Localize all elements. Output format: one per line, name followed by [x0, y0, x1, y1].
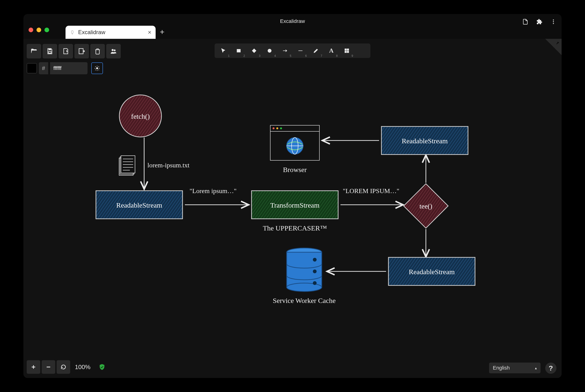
- language-label: English: [493, 365, 510, 371]
- svg-rect-3: [71, 30, 73, 34]
- zoom-reset-button[interactable]: [57, 360, 70, 374]
- svg-point-55: [273, 128, 274, 129]
- node-transform[interactable]: TransformStream: [251, 191, 338, 219]
- svg-text:ReadableStream: ReadableStream: [409, 268, 455, 276]
- svg-point-1: [553, 21, 554, 22]
- language-select[interactable]: English ▴: [489, 362, 540, 373]
- svg-point-65: [313, 270, 317, 273]
- file-label: lorem-ipsum.txt: [147, 162, 190, 169]
- svg-point-0: [553, 20, 554, 20]
- svg-text:tee(): tee(): [420, 202, 432, 210]
- help-button[interactable]: ?: [545, 362, 556, 374]
- edge-label-upper: "LOREM IPSUM…": [343, 187, 399, 194]
- node-browser[interactable]: [270, 125, 320, 160]
- page-icon[interactable]: [522, 19, 528, 25]
- svg-text:ReadableStream: ReadableStream: [116, 201, 162, 209]
- app-window: Excalidraw Excalidraw × +: [24, 14, 561, 378]
- browser-caption: Browser: [283, 166, 307, 174]
- traffic-lights: [29, 28, 49, 32]
- extension-icon[interactable]: [536, 19, 542, 25]
- svg-point-64: [313, 258, 317, 262]
- svg-rect-62: [287, 252, 322, 287]
- tab-strip: Excalidraw × +: [66, 26, 164, 39]
- new-tab-button[interactable]: +: [160, 27, 164, 39]
- diagram-canvas[interactable]: fetch() lorem-ipsum.txt ReadableStream: [24, 39, 561, 376]
- edge-label-lorem: "Lorem ipsum…": [190, 187, 236, 194]
- node-fetch[interactable]: fetch(): [119, 95, 161, 137]
- window-title: Excalidraw: [24, 18, 561, 24]
- transform-caption: The UPPERCASER™: [263, 224, 327, 232]
- node-tee[interactable]: tee(): [404, 184, 448, 228]
- tab-title: Excalidraw: [78, 29, 105, 36]
- zoom-toolbar: 100%: [27, 360, 106, 374]
- svg-point-63: [287, 283, 322, 292]
- app-surface: # 1 2 3 4 5 6 7 A8 9: [24, 39, 561, 378]
- svg-point-56: [276, 128, 278, 129]
- minimize-window-button[interactable]: [37, 28, 41, 32]
- cache-caption: Service Worker Cache: [273, 297, 336, 304]
- browser-tab[interactable]: Excalidraw ×: [66, 26, 156, 39]
- encryption-shield-icon: [99, 364, 106, 370]
- node-rs1[interactable]: ReadableStream: [96, 191, 182, 219]
- svg-text:fetch(): fetch(): [131, 112, 150, 120]
- node-file-icon[interactable]: [119, 156, 135, 175]
- node-rs-bot[interactable]: ReadableStream: [388, 257, 475, 286]
- zoom-out-button[interactable]: [42, 360, 55, 374]
- close-window-button[interactable]: [29, 28, 33, 32]
- svg-point-57: [280, 128, 282, 129]
- caret-up-icon: ▴: [535, 366, 537, 370]
- node-cache[interactable]: [287, 248, 322, 292]
- tab-close-button[interactable]: ×: [148, 29, 151, 36]
- node-rs-top[interactable]: ReadableStream: [381, 126, 468, 154]
- zoom-level[interactable]: 100%: [72, 364, 94, 371]
- zoom-in-button[interactable]: [27, 360, 40, 374]
- favicon-icon: [70, 30, 75, 35]
- svg-point-4: [72, 34, 73, 34]
- svg-text:TransformStream: TransformStream: [270, 201, 320, 209]
- svg-point-66: [313, 281, 317, 285]
- more-icon[interactable]: [550, 19, 556, 25]
- maximize-window-button[interactable]: [45, 28, 49, 32]
- svg-text:ReadableStream: ReadableStream: [402, 137, 448, 145]
- svg-point-2: [553, 23, 554, 24]
